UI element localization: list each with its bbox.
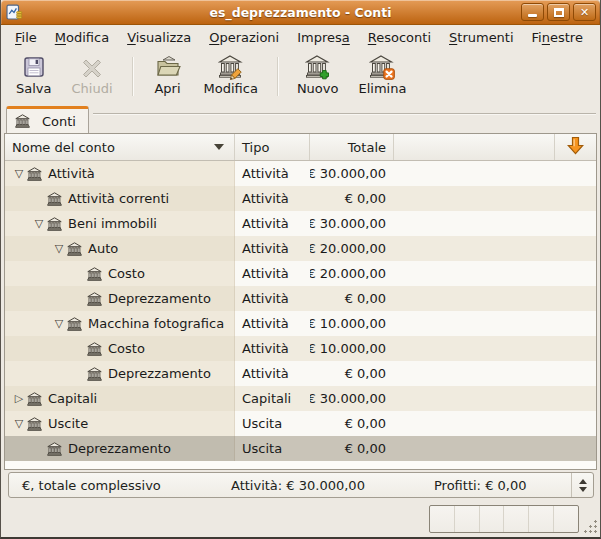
expander-icon[interactable]: ▽ (51, 318, 67, 329)
bank-icon (47, 217, 62, 231)
account-name-cell: Costo (5, 336, 235, 361)
account-row[interactable]: CostoAttività€ 10.000,00 (5, 336, 596, 361)
accounts-notebook: Conti Nome del conto Tipo Totale ▽At (1, 105, 600, 470)
resize-grip[interactable] (582, 518, 597, 533)
gnucash-window: es_deprezzamento - Conti ✕ FileModificaV… (0, 0, 601, 539)
account-name: Deprezzamento (108, 291, 211, 306)
account-name: Attività (48, 166, 95, 181)
menu-resoconti[interactable]: Resoconti (359, 27, 440, 48)
account-row[interactable]: ▽AttivitàAttività€ 30.000,00 (5, 161, 596, 186)
tab-conti[interactable]: Conti (6, 106, 89, 133)
menu-strumenti[interactable]: Strumenti (440, 27, 523, 48)
minimize-button[interactable] (521, 3, 544, 21)
account-type-cell: Capitali (235, 386, 310, 411)
summary-bar[interactable]: €, totale complessivo Attività: € 30.000… (8, 472, 594, 498)
account-total-cell: € 10.000,00 (310, 311, 394, 336)
orange-down-arrow-icon (567, 136, 584, 158)
account-type-cell: Uscita (235, 411, 310, 436)
titlebar[interactable]: es_deprezzamento - Conti ✕ (1, 0, 600, 25)
account-row[interactable]: Attività correntiAttività€ 0,00 (5, 186, 596, 211)
menu-modifica[interactable]: Modifica (46, 27, 118, 48)
expander-icon[interactable]: ▽ (31, 218, 47, 229)
menu-operazioni[interactable]: Operazioni (200, 27, 288, 48)
summary-spinner[interactable] (571, 473, 593, 497)
nuovo-button[interactable]: Nuovo (287, 52, 349, 103)
account-name: Auto (88, 241, 118, 256)
account-row[interactable]: ▽Beni immobiliAttività€ 30.000,00 (5, 211, 596, 236)
bank-icon (67, 242, 82, 256)
menu-file[interactable]: File (6, 27, 46, 48)
bank-icon (87, 267, 102, 281)
modifica-button[interactable]: Modifica (194, 52, 268, 103)
toolbar-separator (132, 57, 133, 96)
column-picker-button[interactable] (555, 134, 596, 160)
progress-bar (429, 505, 579, 533)
account-name: Costo (108, 266, 145, 281)
bank-icon (87, 342, 102, 356)
spinner-down-icon (579, 487, 587, 492)
menu-visualizza[interactable]: Visualizza (118, 27, 200, 48)
toolbar-button-label: Chiudi (72, 81, 113, 96)
menu-aiuto[interactable]: Aiuto (592, 27, 601, 48)
row-filler (394, 311, 596, 336)
account-total-cell: € 20.000,00 (310, 261, 394, 286)
toolbar: SalvaChiudiApriModificaNuovoElimina (2, 49, 599, 105)
tab-label: Conti (42, 114, 76, 129)
open-account-icon (155, 54, 181, 80)
account-name-cell: ▽Macchina fotografica (5, 311, 235, 336)
account-row[interactable]: CostoAttività€ 20.000,00 (5, 261, 596, 286)
row-filler (394, 261, 596, 286)
account-total-cell: € 20.000,00 (310, 236, 394, 261)
close-button[interactable]: ✕ (573, 3, 596, 21)
column-header-totale[interactable]: Totale (310, 134, 394, 160)
new-account-icon (305, 54, 331, 80)
account-type-cell: Attività (235, 161, 310, 186)
account-row[interactable]: DeprezzamentoAttività€ 0,00 (5, 286, 596, 311)
expander-icon[interactable]: ▽ (11, 418, 27, 429)
expander-icon[interactable]: ▽ (51, 243, 67, 254)
account-total-cell: € 0,00 (310, 436, 394, 461)
toolbar-button-label: Salva (16, 81, 52, 96)
tabstrip-divider (93, 113, 596, 114)
account-rows: ▽AttivitàAttività€ 30.000,00Attività cor… (5, 161, 596, 461)
account-name-cell: Costo (5, 261, 235, 286)
salva-button[interactable]: Salva (6, 52, 62, 103)
account-name: Beni immobili (68, 216, 157, 231)
row-filler (394, 336, 596, 361)
account-row[interactable]: DeprezzamentoAttività€ 0,00 (5, 361, 596, 386)
window-title: es_deprezzamento - Conti (1, 5, 600, 20)
row-filler (394, 386, 596, 411)
maximize-button[interactable] (547, 3, 570, 21)
menu-finestre[interactable]: Finestre (523, 27, 592, 48)
account-type-cell: Attività (235, 336, 310, 361)
expander-icon[interactable]: ▷ (11, 393, 27, 404)
accounts-tree: Nome del conto Tipo Totale ▽AttivitàAtti… (4, 133, 597, 470)
expander-icon[interactable]: ▽ (11, 168, 27, 179)
account-row[interactable]: ▷CapitaliCapitali€ 30.000,00 (5, 386, 596, 411)
account-total-cell: € 10.000,00 (310, 336, 394, 361)
account-row[interactable]: ▽AutoAttività€ 20.000,00 (5, 236, 596, 261)
menu-impresa[interactable]: Impresa (288, 27, 359, 48)
account-name: Capitali (48, 391, 97, 406)
account-name-cell: ▽Attività (5, 161, 235, 186)
account-total-cell: € 0,00 (310, 286, 394, 311)
bank-icon (47, 192, 62, 206)
account-name: Costo (108, 341, 145, 356)
account-type-cell: Uscita (235, 436, 310, 461)
close-tab-icon (79, 54, 105, 80)
window-controls: ✕ (521, 3, 596, 21)
delete-account-icon (369, 54, 395, 80)
account-total-cell: € 30.000,00 (310, 161, 394, 186)
account-row[interactable]: ▽UsciteUscita€ 0,00 (5, 411, 596, 436)
account-row[interactable]: ▽Macchina fotograficaAttività€ 10.000,00 (5, 311, 596, 336)
save-icon (21, 54, 47, 80)
account-name-cell: Deprezzamento (5, 361, 235, 386)
account-row[interactable]: DeprezzamentoUscita€ 0,00 (5, 436, 596, 461)
column-header-tipo[interactable]: Tipo (235, 134, 310, 160)
elimina-button[interactable]: Elimina (348, 52, 416, 103)
column-header-name[interactable]: Nome del conto (5, 134, 235, 160)
account-total-cell: € 30.000,00 (310, 386, 394, 411)
row-filler (394, 186, 596, 211)
row-filler (394, 361, 596, 386)
apri-button[interactable]: Apri (142, 52, 194, 103)
